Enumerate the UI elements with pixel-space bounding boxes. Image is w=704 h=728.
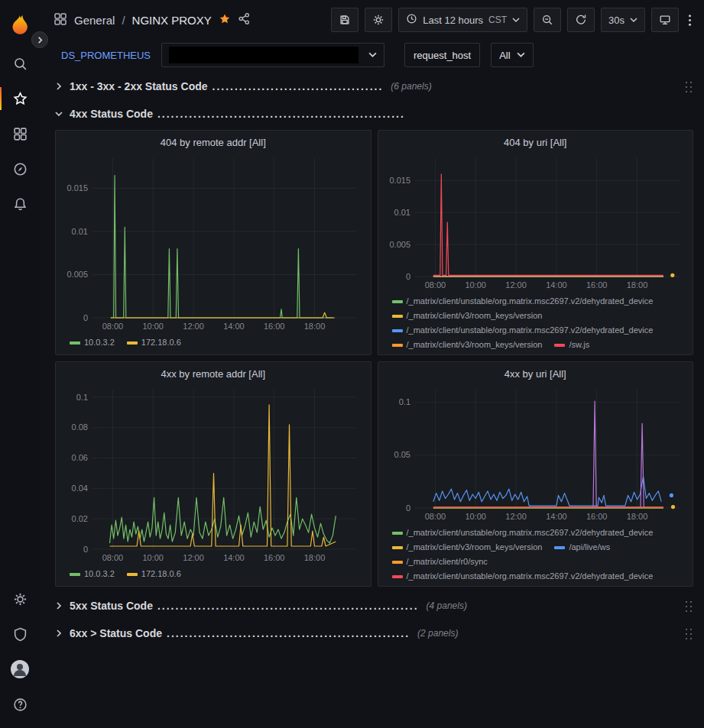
- series-color-icon: [392, 575, 403, 578]
- variable-request-host-select[interactable]: All: [491, 43, 533, 67]
- legend-item[interactable]: /sw.js: [554, 338, 589, 350]
- svg-text:12:00: 12:00: [505, 512, 527, 521]
- svg-text:10:00: 10:00: [142, 322, 164, 331]
- svg-text:0.1: 0.1: [76, 393, 88, 402]
- panel-title[interactable]: 404 by remote addr [All]: [62, 134, 365, 152]
- refresh-interval-picker[interactable]: 30s: [601, 8, 645, 32]
- svg-text:0.005: 0.005: [67, 270, 88, 279]
- more-options-button[interactable]: [685, 8, 695, 32]
- panel-4xx-by-remote-addr-all: 4xx by remote addr [All]00.020.040.060.0…: [55, 361, 371, 587]
- time-series-chart[interactable]: 00.050.108:0010:0012:0014:0016:0018:00: [384, 383, 687, 523]
- save-dashboard-button[interactable]: [331, 8, 358, 32]
- legend-item[interactable]: 172.18.0.6: [127, 567, 181, 581]
- configuration-gear-icon[interactable]: [0, 581, 40, 616]
- variables-submenu: DS_PROMETHEUS request_host All: [40, 40, 704, 70]
- row-drag-handle-icon[interactable]: [683, 79, 693, 94]
- dashboard-row-5xx[interactable]: 5xx Status Code.........................…: [55, 594, 693, 617]
- svg-text:0.02: 0.02: [72, 514, 88, 523]
- legend-label: /_matrix/client/unstable/org.matrix.msc2…: [407, 323, 654, 338]
- svg-text:12:00: 12:00: [183, 553, 204, 562]
- legend-item[interactable]: /_matrix/client/unstable/org.matrix.msc2…: [392, 526, 654, 540]
- svg-text:08:00: 08:00: [424, 512, 446, 521]
- time-series-chart[interactable]: 00.0050.010.01508:0010:0012:0014:0016:00…: [384, 152, 687, 292]
- series-color-icon: [554, 546, 565, 549]
- legend-item[interactable]: 10.0.3.2: [70, 335, 115, 350]
- alerting-bell-icon[interactable]: [0, 186, 40, 222]
- series-color-icon: [70, 573, 80, 576]
- breadcrumb-folder[interactable]: General: [74, 14, 115, 27]
- panel-title[interactable]: 404 by uri [All]: [384, 134, 687, 152]
- starred-dashboards-icon[interactable]: [0, 81, 40, 116]
- svg-text:16:00: 16:00: [264, 553, 285, 562]
- variable-ds-prometheus-label[interactable]: DS_PROMETHEUS: [61, 50, 151, 61]
- svg-text:08:00: 08:00: [102, 553, 124, 562]
- panel-4xx-by-uri-all: 4xx by uri [All]00.050.108:0010:0012:001…: [378, 361, 694, 587]
- time-range-picker[interactable]: Last 12 hours CST: [398, 8, 527, 32]
- svg-text:18:00: 18:00: [304, 553, 326, 562]
- share-icon[interactable]: [238, 12, 251, 28]
- dashboard-settings-button[interactable]: [365, 8, 392, 32]
- svg-text:18:00: 18:00: [626, 280, 647, 290]
- chevron-down-icon: [368, 50, 377, 61]
- user-avatar[interactable]: [0, 652, 40, 687]
- row-drag-handle-icon[interactable]: [683, 599, 693, 613]
- svg-text:16:00: 16:00: [586, 512, 607, 521]
- top-navigation: General / NGINX PROXY: [40, 0, 704, 40]
- time-series-chart[interactable]: 00.020.040.060.080.108:0010:0012:0014:00…: [62, 383, 365, 565]
- panel-title[interactable]: 4xx by uri [All]: [384, 365, 687, 383]
- panel-title[interactable]: 4xx by remote addr [All]: [62, 365, 365, 383]
- help-icon[interactable]: [0, 687, 40, 722]
- panel-grid: 404 by remote addr [All]00.0050.010.0150…: [55, 130, 693, 587]
- dashboard-row-1xx[interactable]: 1xx - 3xx - 2xx Status Code.............…: [55, 75, 693, 98]
- panel-legend: 10.0.3.2172.18.0.6: [62, 565, 365, 581]
- panel-404-by-remote-addr-all: 404 by remote addr [All]00.0050.010.0150…: [55, 130, 371, 355]
- svg-text:0.05: 0.05: [394, 450, 410, 459]
- legend-item[interactable]: /_matrix/client/unstable/org.matrix.msc2…: [392, 323, 654, 338]
- row-dots: ......................................: [212, 80, 384, 92]
- series-color-icon: [70, 341, 80, 345]
- breadcrumb: General / NGINX PROXY: [54, 12, 251, 28]
- legend-item[interactable]: /_matrix/client/v3/room_keys/version: [392, 309, 543, 323]
- legend-item[interactable]: /_matrix/client/unstable/org.matrix.msc2…: [392, 294, 654, 309]
- dashboard-row-6xx[interactable]: 6xx > Status Code.......................…: [55, 622, 693, 645]
- legend-item[interactable]: 172.18.0.6: [127, 335, 181, 350]
- svg-text:08:00: 08:00: [424, 280, 446, 290]
- legend-item[interactable]: /_matrix/client/v3/room_keys/version: [392, 540, 543, 555]
- server-admin-shield-icon[interactable]: [0, 616, 40, 652]
- legend-item[interactable]: /_matrix/client/v3/room_keys/version: [392, 338, 543, 350]
- panel-legend: /_matrix/client/unstable/org.matrix.msc2…: [384, 292, 687, 350]
- svg-text:0.01: 0.01: [394, 208, 410, 217]
- panel-legend: 10.0.3.2172.18.0.6: [62, 333, 365, 350]
- legend-label: 172.18.0.6: [141, 335, 181, 350]
- clock-icon: [406, 13, 417, 27]
- search-icon[interactable]: [0, 46, 40, 81]
- sidebar-expand-toggle[interactable]: [31, 31, 48, 48]
- variable-ds-prometheus-select[interactable]: [161, 43, 384, 67]
- tv-view-button[interactable]: [651, 8, 679, 32]
- legend-item[interactable]: /api/live/ws: [554, 540, 610, 555]
- svg-text:0.04: 0.04: [72, 484, 88, 493]
- legend-label: /_matrix/client/r0/sync: [407, 555, 488, 569]
- chevron-right-icon: [55, 629, 66, 637]
- row-title: 4xx Status Code: [70, 108, 153, 120]
- svg-text:0: 0: [405, 503, 410, 513]
- dashboards-icon[interactable]: [0, 116, 40, 151]
- refresh-button[interactable]: [567, 8, 595, 32]
- series-color-icon: [392, 315, 403, 318]
- grafana-app: General / NGINX PROXY: [0, 0, 704, 728]
- legend-label: 10.0.3.2: [84, 567, 115, 581]
- zoom-out-button[interactable]: [534, 8, 561, 32]
- svg-text:0: 0: [83, 313, 88, 322]
- legend-item[interactable]: 10.0.3.2: [70, 567, 115, 581]
- timezone-label: CST: [488, 15, 507, 25]
- chevron-down-icon: [55, 110, 66, 118]
- legend-item[interactable]: /_matrix/client/r0/sync: [392, 555, 488, 569]
- legend-item[interactable]: /_matrix/client/unstable/org.matrix.msc2…: [392, 569, 654, 581]
- dashboard-row-4xx[interactable]: 4xx Status Code.........................…: [55, 102, 693, 125]
- svg-text:0: 0: [83, 545, 88, 554]
- legend-label: /_matrix/client/unstable/org.matrix.msc2…: [407, 294, 654, 309]
- time-series-chart[interactable]: 00.0050.010.01508:0010:0012:0014:0016:00…: [62, 152, 365, 333]
- favorite-star-icon[interactable]: [219, 13, 231, 28]
- row-drag-handle-icon[interactable]: [683, 626, 693, 641]
- explore-compass-icon[interactable]: [0, 151, 40, 186]
